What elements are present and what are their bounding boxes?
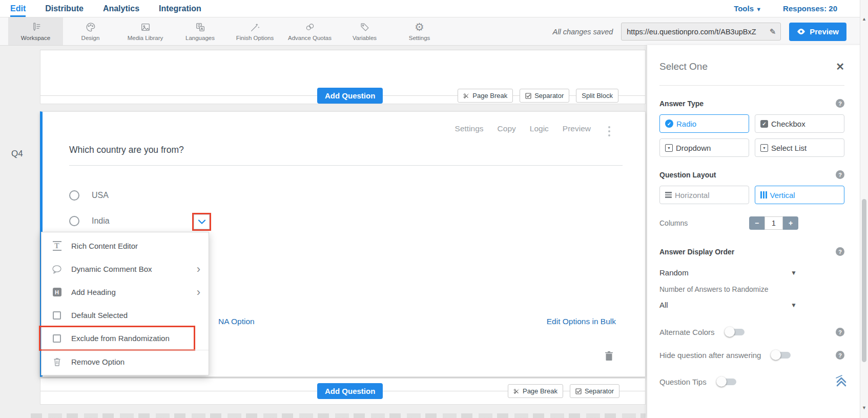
edit-options-in-bulk-link[interactable]: Edit Options in Bulk: [547, 317, 616, 326]
comment-bubble-icon: [52, 265, 62, 274]
toolbar-item-advance-quotas[interactable]: Advance Quotas: [282, 17, 337, 45]
toolbar-item-languages[interactable]: Languages: [173, 17, 228, 45]
option-menu-trigger[interactable]: [194, 214, 210, 229]
help-icon[interactable]: ?: [836, 328, 844, 336]
menu-item-label: Dynamic Comment Box: [71, 265, 152, 273]
columns-stepper: − 1 +: [749, 216, 798, 230]
toolbar-item-label: Finish Options: [236, 35, 274, 41]
menu-item-rich-content-editor[interactable]: T Rich Content Editor: [42, 234, 209, 257]
menu-item-default-selected[interactable]: Default Selected: [42, 304, 209, 327]
question-settings-link[interactable]: Settings: [455, 124, 484, 133]
question-title[interactable]: Which country are you from?: [69, 145, 184, 155]
tools-menu[interactable]: Tools ▼: [734, 4, 761, 13]
help-icon[interactable]: ?: [836, 170, 844, 179]
columns-value[interactable]: 1: [764, 216, 783, 230]
answer-type-option-label: Dropdown: [676, 144, 711, 152]
menu-item-dynamic-comment-box[interactable]: Dynamic Comment Box ›: [42, 257, 209, 281]
top-nav: Edit Distribute Analytics Integration To…: [0, 0, 868, 17]
answer-option-label[interactable]: India: [92, 216, 110, 226]
alternate-colors-toggle[interactable]: [726, 329, 745, 335]
tab-analytics[interactable]: Analytics: [103, 4, 139, 13]
magic-wand-icon: [250, 22, 261, 33]
help-icon[interactable]: ?: [836, 99, 844, 108]
radio-button[interactable]: [69, 190, 79, 201]
help-icon[interactable]: ?: [836, 351, 844, 360]
tab-edit[interactable]: Edit: [10, 4, 26, 13]
answer-type-dropdown[interactable]: ▼ Dropdown: [659, 138, 749, 157]
answer-type-radio[interactable]: ✓ Radio: [659, 114, 749, 133]
page-break-label: Page Break: [523, 387, 557, 395]
menu-item-label: Default Selected: [71, 311, 128, 320]
question-more-menu[interactable]: [607, 125, 611, 137]
edit-url-icon[interactable]: ✎: [765, 27, 781, 36]
menu-item-exclude-from-randomization[interactable]: Exclude from Randomization: [42, 327, 209, 350]
panel-title: Select One: [659, 61, 708, 72]
page-break-label: Page Break: [472, 92, 507, 99]
layout-horizontal-button[interactable]: Horizontal: [659, 186, 749, 204]
toolbar-item-workspace[interactable]: Workspace: [8, 17, 63, 45]
page-scrollbar[interactable]: ▲ ▼: [860, 0, 868, 418]
question-preview-link[interactable]: Preview: [563, 124, 591, 133]
toolbar-item-finish-options[interactable]: Finish Options: [228, 17, 282, 45]
add-question-button[interactable]: Add Question: [317, 383, 383, 399]
answer-type-checkbox[interactable]: ✓ Checkbox: [755, 114, 844, 133]
scroll-down-arrow[interactable]: ▼: [860, 405, 868, 410]
page-break-button[interactable]: Page Break: [458, 89, 513, 103]
chevron-down-icon: [198, 220, 206, 225]
add-question-button[interactable]: Add Question: [317, 88, 383, 104]
checkbox-unchecked-icon[interactable]: [53, 311, 61, 320]
radio-selected-icon: ✓: [665, 120, 673, 128]
hide-question-toggle[interactable]: [772, 352, 791, 359]
separator-label: Separator: [585, 387, 614, 395]
page-break-icon: [463, 93, 469, 99]
separator-button[interactable]: Separator: [520, 89, 569, 103]
preview-button-label: Preview: [810, 27, 839, 36]
toolbar-item-media-library[interactable]: Media Library: [118, 17, 173, 45]
toolbar-item-design[interactable]: Design: [63, 17, 118, 45]
toolbar-item-label: Languages: [185, 35, 215, 41]
columns-decrement-button[interactable]: −: [749, 216, 764, 230]
tab-integration[interactable]: Integration: [159, 4, 201, 13]
hide-question-label: Hide question after answering: [659, 351, 761, 360]
survey-url-input[interactable]: [622, 28, 764, 36]
separator-button[interactable]: Separator: [570, 384, 619, 398]
page-break-button[interactable]: Page Break: [508, 384, 563, 398]
columns-increment-button[interactable]: +: [783, 216, 798, 230]
scroll-up-arrow[interactable]: ▲: [860, 16, 868, 22]
question-title-underline: [69, 165, 623, 166]
question-logic-link[interactable]: Logic: [530, 124, 549, 133]
save-status: All changes saved: [553, 28, 613, 36]
menu-item-remove-option[interactable]: Remove Option: [42, 350, 209, 373]
toolbar-item-settings[interactable]: ⚙ Settings: [392, 17, 447, 45]
editor-toolbar: Workspace Design Media Library Languages…: [0, 17, 868, 46]
answer-option-row: USA: [69, 190, 109, 201]
menu-item-add-heading[interactable]: H Add Heading ›: [42, 281, 209, 304]
survey-editor-screen: Edit Distribute Analytics Integration To…: [0, 0, 868, 418]
checkbox-unchecked-icon[interactable]: [53, 334, 61, 343]
previous-question-card-bottom: Add Question Page Break Separator Split …: [40, 50, 646, 104]
layout-vertical-button[interactable]: Vertical: [755, 186, 844, 204]
question-tips-label: Question Tips: [659, 377, 707, 386]
display-order-select[interactable]: Random ▼: [659, 268, 797, 277]
scrollbar-thumb[interactable]: [862, 199, 866, 362]
question-copy-link[interactable]: Copy: [498, 124, 516, 133]
toolbar-item-variables[interactable]: Variables: [337, 17, 392, 45]
display-order-value: Random: [659, 268, 689, 277]
radio-button[interactable]: [69, 216, 79, 226]
na-option-link[interactable]: NA Option: [218, 317, 255, 326]
toolbar-item-label: Media Library: [128, 35, 163, 41]
help-icon[interactable]: ?: [836, 247, 844, 256]
dropdown-icon: ▼: [760, 144, 768, 152]
randomize-count-select[interactable]: All ▼: [659, 301, 797, 309]
responses-count[interactable]: Responses: 20: [783, 4, 837, 13]
split-block-button[interactable]: Split Block: [576, 89, 618, 103]
menu-item-label: Exclude from Randomization: [71, 334, 170, 343]
tab-distribute[interactable]: Distribute: [45, 4, 84, 13]
close-icon[interactable]: ✕: [836, 61, 844, 73]
answer-option-label[interactable]: USA: [92, 191, 109, 200]
preview-button[interactable]: Preview: [789, 23, 846, 41]
answer-type-select-list[interactable]: ▼ Select List: [755, 138, 844, 157]
question-tips-toggle[interactable]: [718, 379, 736, 385]
quick-tour-button[interactable]: [834, 374, 849, 389]
delete-question-button[interactable]: [605, 351, 613, 363]
